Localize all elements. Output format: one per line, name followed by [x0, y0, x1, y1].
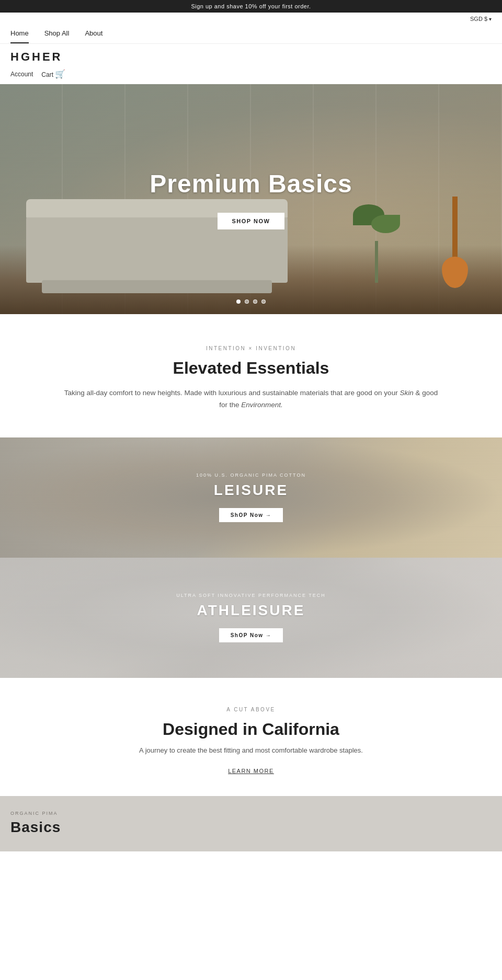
athleisure-cta-button[interactable]: ShOP Now → [219, 628, 283, 642]
learn-more-link[interactable]: LEARN MORE [228, 768, 274, 774]
california-title: Designed in California [63, 720, 439, 739]
carousel-dot-3[interactable] [253, 299, 257, 304]
guitar-decoration [439, 194, 471, 288]
site-logo[interactable]: HGHER [10, 50, 492, 64]
logo-area: HGHER [0, 44, 502, 67]
nav-top: SGD $ ▾ [0, 13, 502, 25]
cart-label: Cart [41, 71, 53, 78]
leisure-overline: 100% U.S. ORGANIC PIMA COTTON [196, 472, 306, 478]
basics-footer: ORGANIC PIMA Basics [0, 796, 502, 851]
announcement-bar: Sign up and shave 10% off your first ord… [0, 0, 502, 13]
account-link[interactable]: Account [10, 71, 33, 78]
leisure-title: LEISURE [196, 482, 306, 499]
basics-title: Basics [10, 819, 492, 836]
cart-icon: 🛒 [55, 69, 65, 79]
leisure-cta-button[interactable]: ShOP Now → [219, 508, 283, 522]
plant-decoration [356, 199, 397, 283]
athleisure-overline: ULTRA SOFT INNOVATIVE PERFORMANCE TECH [176, 593, 326, 598]
elevated-overline: INTENTION × INVENTION [63, 345, 439, 351]
nav-item-home[interactable]: Home [10, 29, 29, 43]
california-section: A CUT ABOVE Designed in California A jou… [0, 678, 502, 796]
environment-italic: Environment. [241, 401, 283, 409]
nav-item-shop-all[interactable]: Shop All [44, 29, 70, 43]
carousel-dot-2[interactable] [245, 299, 249, 304]
athleisure-title: ATHLEISURE [176, 602, 326, 619]
athleisure-banner: ULTRA SOFT INNOVATIVE PERFORMANCE TECH A… [0, 558, 502, 678]
hero-cta-button[interactable]: SHOP NOW [218, 213, 285, 229]
california-overline: A CUT ABOVE [63, 707, 439, 712]
hero-section: Premium Basics SHOP NOW [0, 84, 502, 314]
basics-overline: ORGANIC PIMA [10, 811, 492, 816]
carousel-dots [236, 299, 266, 304]
cart-link[interactable]: Cart 🛒 [41, 69, 65, 79]
carousel-dot-1[interactable] [236, 299, 241, 304]
leisure-banner-content: 100% U.S. ORGANIC PIMA COTTON LEISURE Sh… [196, 472, 306, 522]
carousel-dot-4[interactable] [261, 299, 266, 304]
nav-item-about[interactable]: About [85, 29, 102, 43]
leisure-banner: 100% U.S. ORGANIC PIMA COTTON LEISURE Sh… [0, 437, 502, 558]
elevated-essentials-section: INTENTION × INVENTION Elevated Essential… [0, 314, 502, 437]
announcement-text: Sign up and shave 10% off your first ord… [191, 3, 311, 9]
currency-label: SGD $ [470, 16, 487, 22]
skin-italic: Skin [400, 389, 413, 397]
account-cart-bar: Account Cart 🛒 [0, 67, 502, 84]
hero-content: Premium Basics SHOP NOW [150, 169, 352, 229]
elevated-body: Taking all-day comfort to new heights. M… [63, 387, 439, 411]
hero-title: Premium Basics [150, 169, 352, 198]
elevated-title: Elevated Essentials [63, 359, 439, 378]
chevron-down-icon: ▾ [489, 16, 492, 22]
athleisure-banner-content: ULTRA SOFT INNOVATIVE PERFORMANCE TECH A… [176, 593, 326, 642]
currency-selector[interactable]: SGD $ ▾ [470, 16, 492, 22]
california-body: A journey to create the best fitting and… [63, 746, 439, 754]
main-navigation: Home Shop All About [0, 25, 502, 44]
